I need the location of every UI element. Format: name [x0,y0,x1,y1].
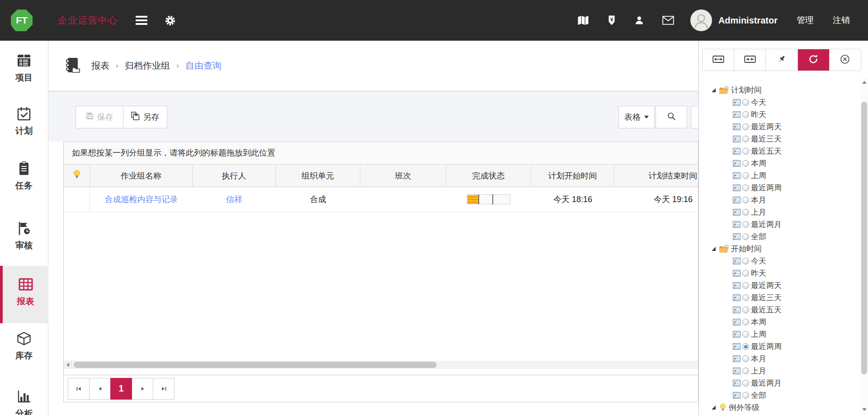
radio-button[interactable] [742,197,749,203]
horizontal-scroll-track[interactable] [72,361,698,369]
breadcrumb-current[interactable]: 自由查询 [185,60,222,72]
sidebar-item-plan[interactable]: 计划 [0,107,48,137]
radio-button[interactable] [742,123,749,130]
expand-triangle-icon[interactable] [712,247,716,251]
scroll-up-arrow-icon[interactable] [860,79,868,86]
tree-item[interactable]: 本周 [712,316,860,328]
column-header[interactable]: 组织单元 [276,165,360,187]
tree-item[interactable]: 最近两月 [712,218,860,231]
next-page-button[interactable] [132,378,153,400]
column-header[interactable]: 计划开始时间 [531,165,614,187]
breadcrumb-root[interactable]: 报表 [91,60,109,72]
tree-item[interactable]: 最近两天 [712,121,860,133]
radio-button[interactable] [742,319,749,325]
tree-item[interactable]: 最近两月 [712,377,860,389]
tree-item[interactable]: 最近五天 [712,304,860,316]
tree-item[interactable]: 最近两周 [712,182,860,194]
column-header[interactable]: 作业组名称 [90,165,193,187]
manage-link[interactable]: 管理 [797,14,814,26]
tree-item[interactable]: 最近两天 [712,279,860,292]
radio-button[interactable] [742,160,749,167]
logout-link[interactable]: 注销 [833,14,850,26]
map-icon[interactable] [577,15,589,26]
radio-button[interactable] [742,111,749,118]
column-header[interactable]: 班次 [360,165,446,187]
tree-item[interactable]: 上月 [712,206,860,218]
person-icon[interactable] [634,15,644,25]
tree-item[interactable]: 全部 [712,389,860,401]
radio-button[interactable] [742,221,749,228]
radio-button[interactable] [742,294,749,301]
vertical-scrollbar[interactable] [860,78,868,415]
sidebar-item-reports[interactable]: 报表 [0,266,48,323]
sidebar-item-inventory[interactable]: 库存 [0,331,48,362]
sidebar-item-analysis[interactable]: 分析 [0,389,48,415]
last-page-button[interactable] [153,378,175,400]
pin-button[interactable] [765,49,797,71]
radio-button[interactable] [742,99,749,106]
tree-section-header[interactable]: 开始时间 [712,243,860,255]
radio-button[interactable] [742,368,749,374]
tree-item[interactable]: 上周 [712,170,860,182]
radio-button[interactable] [742,136,749,142]
breadcrumb-section[interactable]: 归档作业组 [125,60,170,72]
gear-icon[interactable] [165,15,176,26]
clipped-toolbar-button[interactable] [691,106,698,128]
row-indicator-header[interactable] [64,165,90,187]
tree-item[interactable]: 昨天 [712,108,860,121]
tree-section-header[interactable]: 例外等级 [712,401,860,414]
tree-item[interactable]: 上月 [712,365,860,377]
refresh-button[interactable] [797,49,829,71]
vertical-scroll-thumb[interactable] [861,102,867,374]
expand-triangle-icon[interactable] [712,406,716,410]
radio-button[interactable] [742,270,749,277]
tree-item[interactable]: 全部 [712,231,860,243]
expand-triangle-icon[interactable] [712,88,716,92]
tree-section-header[interactable]: 计划时间 [712,84,860,96]
radio-button[interactable] [742,380,749,387]
radio-button[interactable] [742,282,749,289]
price-tag-icon[interactable]: ¥ [607,15,616,26]
radio-button[interactable] [742,172,749,179]
first-page-button[interactable] [68,378,90,400]
current-page-button[interactable]: 1 [110,378,132,400]
workgroup-name-link[interactable]: 合成巡检内容与记录 [105,194,178,205]
column-header[interactable]: 完成状态 [446,165,531,187]
tree-item[interactable]: 本月 [712,353,860,365]
app-logo[interactable]: FT [11,9,33,31]
radio-button[interactable] [742,184,749,191]
horizontal-scroll-thumb[interactable] [74,362,437,368]
radio-button[interactable] [742,392,749,399]
prev-page-button[interactable] [89,378,111,400]
tree-item[interactable]: 本周 [712,157,860,170]
radio-button[interactable] [742,233,749,240]
tree-item[interactable]: 最近五天 [712,145,860,157]
group-by-hint[interactable]: 如果想按某一列分组显示，请将此列的标题拖放到此位置 [64,142,698,165]
radio-button[interactable] [742,355,749,362]
hamburger-menu-icon[interactable] [136,16,147,25]
executor-link[interactable]: 信祥 [226,194,242,205]
tree-item[interactable]: 昨天 [712,267,860,279]
sidebar-item-audit[interactable]: 审核 [0,221,48,251]
radio-button[interactable] [742,258,749,264]
mail-icon[interactable] [662,16,674,25]
close-panel-button[interactable] [829,49,861,71]
save-button[interactable]: 保存 [75,106,123,128]
radio-button[interactable] [742,209,749,216]
tree-item[interactable]: 本月 [712,194,860,206]
expand-width-button[interactable] [703,49,734,71]
radio-button[interactable] [742,343,749,350]
avatar[interactable] [690,9,712,31]
tree-item[interactable]: 最近两周 [712,340,860,353]
radio-button[interactable] [742,148,749,155]
horizontal-scrollbar[interactable] [64,361,698,369]
tree-item[interactable]: 今天 [712,255,860,267]
sidebar-item-tasks[interactable]: 任务 [0,161,48,192]
save-as-button[interactable]: 另存 [123,106,167,128]
tree-item[interactable]: 上周 [712,328,860,340]
search-button[interactable] [656,106,687,128]
radio-button[interactable] [742,307,749,313]
tree-item[interactable]: 最近三天 [712,133,860,145]
radio-button[interactable] [742,331,749,338]
tree-item[interactable]: 最近三天 [712,292,860,304]
